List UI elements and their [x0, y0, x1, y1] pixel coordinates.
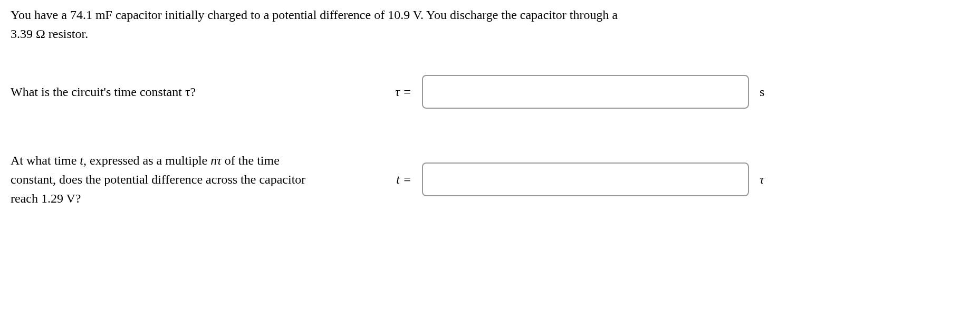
- answer-2-label: t =: [380, 170, 411, 189]
- q2-line1: At what time t, expressed as a multiple …: [11, 154, 280, 167]
- answer-2-unit: τ: [760, 170, 770, 189]
- question-2-row: At what time t, expressed as a multiple …: [11, 151, 969, 208]
- question-1-text: What is the circuit's time constant τ?: [11, 82, 380, 101]
- problem-line-2: 3.39 Ω resistor.: [11, 24, 969, 43]
- answer-2-section: t = τ: [380, 162, 969, 196]
- answer-1-label: τ =: [380, 82, 411, 101]
- question-2-text: At what time t, expressed as a multiple …: [11, 151, 380, 208]
- q2-line3: reach 1.29 V?: [11, 192, 81, 205]
- question-1-row: What is the circuit's time constant τ? τ…: [11, 75, 969, 109]
- tau-input[interactable]: [422, 75, 749, 109]
- answer-1-section: τ = s: [380, 75, 969, 109]
- problem-statement: You have a 74.1 mF capacitor initially c…: [11, 5, 969, 43]
- answer-1-unit: s: [760, 82, 770, 101]
- q2-line2: constant, does the potential difference …: [11, 173, 305, 186]
- problem-line-1: You have a 74.1 mF capacitor initially c…: [11, 5, 969, 24]
- t-input[interactable]: [422, 162, 749, 196]
